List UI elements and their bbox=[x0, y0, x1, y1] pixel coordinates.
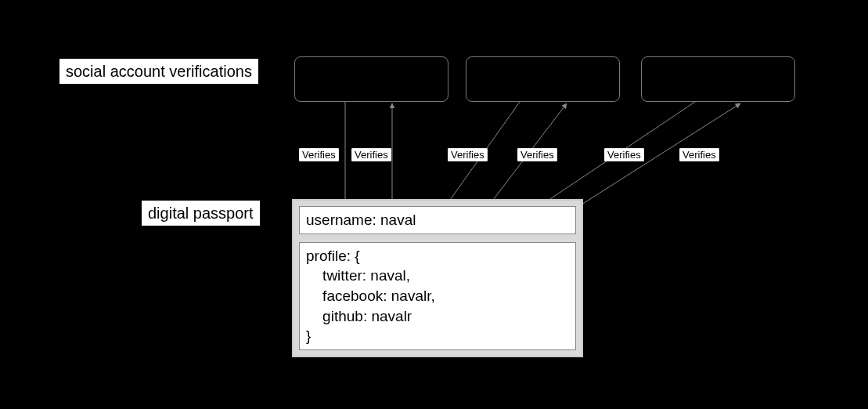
edge-label-2: Verifies bbox=[351, 148, 391, 161]
passport-profile-field: profile: { twitter: naval, facebook: nav… bbox=[299, 242, 576, 350]
digital-passport-label: digital passport bbox=[142, 201, 260, 226]
edge-label-3: Verifies bbox=[448, 148, 488, 161]
edge-label-4: Verifies bbox=[517, 148, 557, 161]
account-box-1 bbox=[294, 56, 448, 102]
social-verifications-label: social account verifications bbox=[59, 59, 258, 84]
digital-passport-box: username: naval profile: { twitter: nava… bbox=[292, 199, 583, 357]
edge-label-6: Verifies bbox=[679, 148, 719, 161]
passport-username-field: username: naval bbox=[299, 206, 576, 234]
edge-label-1: Verifies bbox=[299, 148, 339, 161]
account-box-2 bbox=[466, 56, 620, 102]
edge-label-5: Verifies bbox=[604, 148, 644, 161]
account-box-3 bbox=[641, 56, 795, 102]
